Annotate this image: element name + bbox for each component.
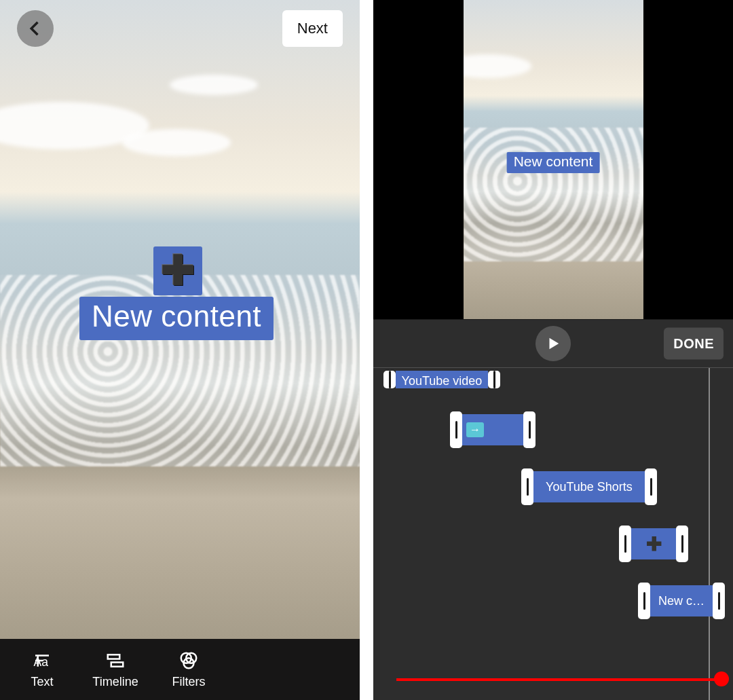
playhead[interactable] — [709, 368, 710, 700]
tool-label: Timeline — [92, 675, 138, 689]
timeline-clip[interactable]: New c… — [638, 583, 725, 619]
svg-rect-2 — [111, 662, 124, 666]
overlay-sticker-plus[interactable]: ✚ — [153, 246, 202, 295]
play-button[interactable] — [535, 326, 571, 361]
cloud-decoration — [122, 129, 231, 156]
clip-handle-right[interactable] — [523, 411, 535, 448]
clip-handle-left[interactable] — [521, 468, 533, 505]
clip-body[interactable]: → — [462, 414, 523, 445]
timeline-clip[interactable]: → — [450, 411, 535, 448]
clip-handle-left[interactable] — [383, 371, 396, 388]
tool-label: Filters — [172, 675, 206, 689]
editor-preview-panel: Next ✚ New content Aa Text Timeline Filt… — [0, 0, 360, 700]
timeline-clip[interactable]: YouTube video — [383, 371, 500, 388]
overlay-text-mini: New content — [507, 152, 600, 173]
timeline-icon — [105, 650, 126, 671]
wave-foam — [464, 128, 643, 261]
done-button[interactable]: DONE — [664, 328, 723, 360]
clip-handle-left[interactable] — [619, 526, 631, 562]
clip-label: YouTube video — [402, 374, 483, 388]
clip-handle-left[interactable] — [450, 411, 462, 448]
play-icon — [546, 336, 561, 351]
arrow-right-icon: → — [466, 422, 484, 437]
video-preview[interactable]: Next ✚ New content — [0, 0, 360, 639]
overlay-text-mini-content: New content — [514, 153, 593, 169]
filters-icon — [178, 650, 199, 671]
arrow-left-icon — [26, 19, 45, 38]
mini-preview-wrap: New content — [373, 0, 733, 319]
next-button[interactable]: Next — [282, 10, 343, 47]
clip-body[interactable]: ✚ — [631, 528, 676, 559]
panel-divider — [360, 0, 373, 700]
clip-body[interactable]: New c… — [650, 585, 713, 616]
playback-controls: DONE — [373, 319, 733, 368]
text-icon: Aa — [32, 650, 52, 671]
svg-rect-1 — [108, 655, 120, 659]
done-button-label: DONE — [673, 336, 714, 351]
clip-body[interactable]: YouTube Shorts — [533, 471, 645, 502]
cloud-decoration — [170, 75, 258, 95]
tool-label: Text — [31, 675, 53, 689]
overlay-text-content: New content — [92, 299, 261, 333]
scrub-bar[interactable] — [396, 678, 723, 681]
clip-handle-right[interactable] — [713, 583, 725, 619]
clip-handle-right[interactable] — [676, 526, 688, 562]
bottom-toolbar: Aa Text Timeline Filters — [0, 639, 360, 700]
timeline-tracks[interactable]: YouTube video→YouTube Shorts✚New c… — [373, 368, 733, 700]
clip-label: New c… — [658, 594, 704, 608]
tool-timeline[interactable]: Timeline — [91, 650, 140, 689]
next-button-label: Next — [297, 20, 328, 37]
plus-icon: ✚ — [646, 533, 662, 555]
clip-handle-right[interactable] — [488, 371, 500, 388]
timeline-editor-panel: New content DONE YouTube video→YouTube S… — [373, 0, 733, 700]
mini-video-preview[interactable]: New content — [464, 0, 643, 319]
clip-label: YouTube Shorts — [546, 480, 633, 494]
clip-handle-left[interactable] — [638, 583, 650, 619]
app-root: Next ✚ New content Aa Text Timeline Filt… — [0, 0, 733, 700]
timeline-clip[interactable]: YouTube Shorts — [521, 468, 657, 505]
clip-handle-right[interactable] — [645, 468, 657, 505]
svg-text:Aa: Aa — [34, 655, 49, 668]
scrub-handle[interactable] — [714, 671, 729, 686]
clip-body[interactable]: YouTube video — [396, 371, 488, 388]
tool-filters[interactable]: Filters — [164, 650, 213, 689]
overlay-text-label[interactable]: New content — [79, 297, 274, 340]
timeline-clip[interactable]: ✚ — [619, 526, 688, 562]
back-button[interactable] — [17, 10, 54, 47]
tool-text[interactable]: Aa Text — [18, 650, 67, 689]
plus-icon: ✚ — [161, 251, 195, 291]
